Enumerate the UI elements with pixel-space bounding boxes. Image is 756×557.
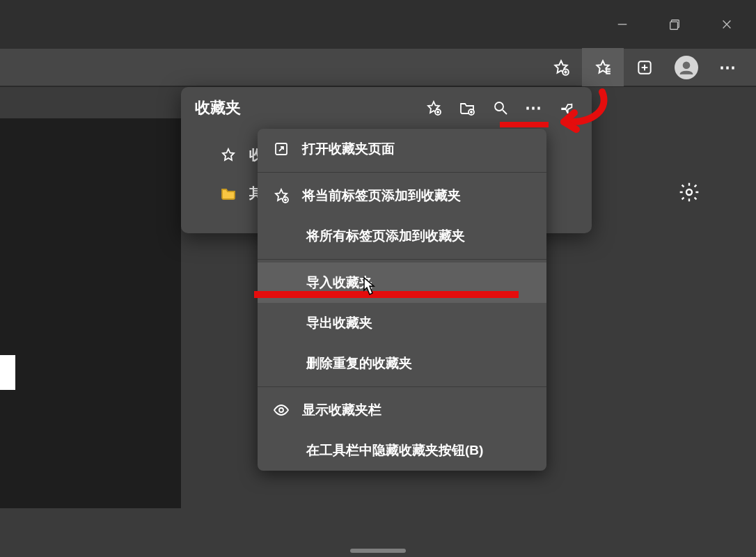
search-icon xyxy=(492,100,509,116)
menu-label: 打开收藏夹页面 xyxy=(302,140,395,158)
pin-icon xyxy=(559,100,576,116)
browser-toolbar: ⋯ xyxy=(0,49,756,87)
menu-label: 删除重复的收藏夹 xyxy=(306,354,412,372)
fav-add-folder-button[interactable] xyxy=(457,97,478,118)
window-titlebar xyxy=(0,0,756,49)
fav-more-button[interactable]: ⋯ xyxy=(523,97,544,118)
svg-point-14 xyxy=(684,62,690,68)
menu-label: 显示收藏夹栏 xyxy=(302,401,381,419)
window-close-button[interactable] xyxy=(711,9,742,40)
folder-icon xyxy=(220,185,237,202)
window-maximize-button[interactable] xyxy=(659,9,690,40)
svg-point-22 xyxy=(495,102,503,111)
menu-label: 导出收藏夹 xyxy=(306,314,372,332)
menu-label: 在工具栏中隐藏收藏夹按钮(B) xyxy=(306,441,483,460)
menu-label: 将所有标签页添加到收藏夹 xyxy=(306,227,465,245)
favorites-panel-title: 收藏夹 xyxy=(195,97,423,118)
menu-separator xyxy=(258,259,546,260)
add-favorite-button[interactable] xyxy=(540,48,582,86)
svg-rect-2 xyxy=(670,22,677,29)
collections-button[interactable] xyxy=(624,48,666,86)
menu-separator xyxy=(258,386,546,387)
menu-show-favorites-bar[interactable]: 显示收藏夹栏 xyxy=(258,390,546,430)
fav-search-button[interactable] xyxy=(490,97,511,118)
open-new-icon xyxy=(273,141,290,157)
menu-open-favorites-page[interactable]: 打开收藏夹页面 xyxy=(258,129,546,169)
fav-pin-button[interactable] xyxy=(557,97,578,118)
content-fragment xyxy=(0,355,15,390)
star-add-icon xyxy=(273,187,290,204)
svg-point-28 xyxy=(279,408,283,412)
menu-hide-favorites-button[interactable]: 在工具栏中隐藏收藏夹按钮(B) xyxy=(258,430,546,471)
svg-point-15 xyxy=(686,189,692,195)
bottom-drag-handle xyxy=(350,549,406,553)
svg-line-23 xyxy=(503,110,507,114)
menu-export-favorites[interactable]: 导出收藏夹 xyxy=(258,303,546,343)
profile-button[interactable] xyxy=(666,48,707,86)
star-outline-icon xyxy=(220,147,237,164)
eye-icon xyxy=(273,402,290,418)
favorites-context-menu: 打开收藏夹页面 将当前标签页添加到收藏夹 将所有标签页添加到收藏夹 导入收藏夹 … xyxy=(258,129,546,471)
more-icon: ⋯ xyxy=(525,98,543,118)
menu-remove-duplicates[interactable]: 删除重复的收藏夹 xyxy=(258,343,546,384)
more-icon: ⋯ xyxy=(719,58,737,77)
menu-separator xyxy=(258,172,546,173)
page-content-area xyxy=(0,118,181,508)
gear-icon xyxy=(678,181,700,203)
menu-add-all-tabs[interactable]: 将所有标签页添加到收藏夹 xyxy=(258,216,546,256)
star-add-icon xyxy=(425,100,442,116)
menu-label: 将当前标签页添加到收藏夹 xyxy=(302,187,461,205)
toolbar-more-button[interactable]: ⋯ xyxy=(707,48,749,86)
avatar-icon xyxy=(675,56,698,79)
menu-add-current-tab[interactable]: 将当前标签页添加到收藏夹 xyxy=(258,175,546,216)
favorites-list-button[interactable] xyxy=(582,48,624,86)
fav-add-star-button[interactable] xyxy=(423,97,444,118)
favorites-panel-header: 收藏夹 ⋯ xyxy=(181,87,592,129)
menu-import-favorites[interactable]: 导入收藏夹 xyxy=(258,262,546,303)
window-minimize-button[interactable] xyxy=(606,9,638,40)
folder-add-icon xyxy=(459,100,475,116)
page-settings-button[interactable] xyxy=(678,181,700,206)
menu-label: 导入收藏夹 xyxy=(306,274,372,292)
